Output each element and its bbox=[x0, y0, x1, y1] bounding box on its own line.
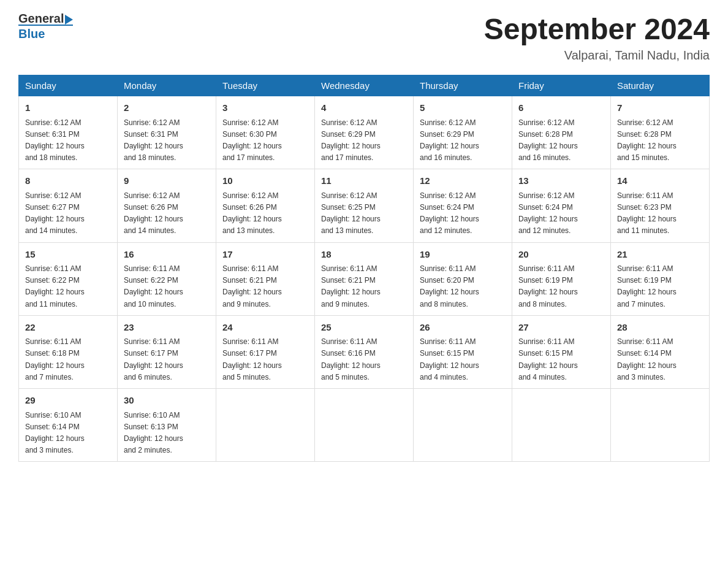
calendar-week-row: 22 Sunrise: 6:11 AMSunset: 6:18 PMDaylig… bbox=[19, 315, 710, 388]
day-info: Sunrise: 6:12 AMSunset: 6:29 PMDaylight:… bbox=[420, 118, 479, 163]
table-row bbox=[315, 389, 414, 462]
page-header: General Blue September 2024 Valparai, Ta… bbox=[18, 12, 710, 63]
table-row: 9 Sunrise: 6:12 AMSunset: 6:26 PMDayligh… bbox=[118, 169, 216, 242]
table-row bbox=[414, 389, 512, 462]
day-info: Sunrise: 6:11 AMSunset: 6:17 PMDaylight:… bbox=[222, 337, 282, 381]
table-row: 25 Sunrise: 6:11 AMSunset: 6:16 PMDaylig… bbox=[315, 315, 414, 388]
col-thursday: Thursday bbox=[414, 75, 512, 96]
table-row bbox=[512, 389, 611, 462]
day-info: Sunrise: 6:11 AMSunset: 6:20 PMDaylight:… bbox=[420, 264, 479, 308]
table-row: 8 Sunrise: 6:12 AMSunset: 6:27 PMDayligh… bbox=[19, 169, 118, 242]
day-number: 30 bbox=[124, 394, 210, 408]
table-row: 29 Sunrise: 6:10 AMSunset: 6:14 PMDaylig… bbox=[19, 389, 118, 462]
table-row: 27 Sunrise: 6:11 AMSunset: 6:15 PMDaylig… bbox=[512, 315, 611, 388]
calendar-week-row: 1 Sunrise: 6:12 AMSunset: 6:31 PMDayligh… bbox=[19, 96, 710, 169]
day-info: Sunrise: 6:11 AMSunset: 6:19 PMDaylight:… bbox=[617, 264, 677, 308]
day-number: 15 bbox=[25, 248, 111, 262]
day-info: Sunrise: 6:12 AMSunset: 6:28 PMDaylight:… bbox=[617, 118, 677, 163]
table-row: 22 Sunrise: 6:11 AMSunset: 6:18 PMDaylig… bbox=[19, 315, 118, 388]
table-row: 23 Sunrise: 6:11 AMSunset: 6:17 PMDaylig… bbox=[118, 315, 216, 388]
day-number: 9 bbox=[124, 174, 210, 188]
table-row: 26 Sunrise: 6:11 AMSunset: 6:15 PMDaylig… bbox=[414, 315, 512, 388]
day-number: 13 bbox=[518, 174, 604, 188]
day-number: 23 bbox=[124, 321, 210, 335]
day-info: Sunrise: 6:12 AMSunset: 6:29 PMDaylight:… bbox=[321, 118, 381, 163]
title-section: September 2024 Valparai, Tamil Nadu, Ind… bbox=[484, 12, 710, 63]
table-row: 24 Sunrise: 6:11 AMSunset: 6:17 PMDaylig… bbox=[216, 315, 315, 388]
day-number: 11 bbox=[321, 174, 407, 188]
table-row: 16 Sunrise: 6:11 AMSunset: 6:22 PMDaylig… bbox=[118, 242, 216, 315]
day-info: Sunrise: 6:11 AMSunset: 6:19 PMDaylight:… bbox=[518, 264, 578, 308]
day-info: Sunrise: 6:11 AMSunset: 6:21 PMDaylight:… bbox=[321, 264, 381, 308]
col-sunday: Sunday bbox=[19, 75, 118, 96]
table-row: 17 Sunrise: 6:11 AMSunset: 6:21 PMDaylig… bbox=[216, 242, 315, 315]
table-row: 7 Sunrise: 6:12 AMSunset: 6:28 PMDayligh… bbox=[611, 96, 710, 169]
table-row bbox=[611, 389, 710, 462]
day-number: 7 bbox=[617, 101, 703, 115]
day-number: 4 bbox=[321, 101, 407, 115]
day-number: 20 bbox=[518, 248, 604, 262]
location-subtitle: Valparai, Tamil Nadu, India bbox=[484, 48, 710, 63]
calendar-header-row: Sunday Monday Tuesday Wednesday Thursday… bbox=[19, 75, 710, 96]
day-number: 28 bbox=[617, 321, 703, 335]
logo-blue-text: Blue bbox=[18, 25, 73, 41]
col-tuesday: Tuesday bbox=[216, 75, 315, 96]
day-number: 6 bbox=[518, 101, 604, 115]
day-info: Sunrise: 6:11 AMSunset: 6:23 PMDaylight:… bbox=[617, 191, 677, 236]
col-wednesday: Wednesday bbox=[315, 75, 414, 96]
calendar-week-row: 15 Sunrise: 6:11 AMSunset: 6:22 PMDaylig… bbox=[19, 242, 710, 315]
table-row: 30 Sunrise: 6:10 AMSunset: 6:13 PMDaylig… bbox=[118, 389, 216, 462]
month-title: September 2024 bbox=[484, 12, 710, 46]
day-info: Sunrise: 6:12 AMSunset: 6:31 PMDaylight:… bbox=[25, 118, 85, 163]
col-saturday: Saturday bbox=[611, 75, 710, 96]
table-row: 13 Sunrise: 6:12 AMSunset: 6:24 PMDaylig… bbox=[512, 169, 611, 242]
day-number: 3 bbox=[222, 101, 308, 115]
table-row: 2 Sunrise: 6:12 AMSunset: 6:31 PMDayligh… bbox=[118, 96, 216, 169]
day-number: 22 bbox=[25, 321, 111, 335]
day-number: 14 bbox=[617, 174, 703, 188]
day-info: Sunrise: 6:12 AMSunset: 6:26 PMDaylight:… bbox=[222, 191, 282, 236]
day-info: Sunrise: 6:12 AMSunset: 6:30 PMDaylight:… bbox=[222, 118, 282, 163]
day-number: 5 bbox=[420, 101, 506, 115]
logo-general-text: General bbox=[18, 12, 73, 25]
table-row: 28 Sunrise: 6:11 AMSunset: 6:14 PMDaylig… bbox=[611, 315, 710, 388]
day-info: Sunrise: 6:12 AMSunset: 6:31 PMDaylight:… bbox=[124, 118, 183, 163]
day-info: Sunrise: 6:12 AMSunset: 6:28 PMDaylight:… bbox=[518, 118, 578, 163]
table-row: 6 Sunrise: 6:12 AMSunset: 6:28 PMDayligh… bbox=[512, 96, 611, 169]
day-info: Sunrise: 6:11 AMSunset: 6:16 PMDaylight:… bbox=[321, 337, 381, 381]
day-info: Sunrise: 6:10 AMSunset: 6:13 PMDaylight:… bbox=[124, 411, 183, 455]
table-row: 15 Sunrise: 6:11 AMSunset: 6:22 PMDaylig… bbox=[19, 242, 118, 315]
table-row: 14 Sunrise: 6:11 AMSunset: 6:23 PMDaylig… bbox=[611, 169, 710, 242]
day-number: 16 bbox=[124, 248, 210, 262]
calendar-week-row: 8 Sunrise: 6:12 AMSunset: 6:27 PMDayligh… bbox=[19, 169, 710, 242]
day-number: 17 bbox=[222, 248, 308, 262]
table-row: 5 Sunrise: 6:12 AMSunset: 6:29 PMDayligh… bbox=[414, 96, 512, 169]
day-number: 1 bbox=[25, 101, 111, 115]
logo-arrow-icon bbox=[65, 15, 73, 25]
day-info: Sunrise: 6:11 AMSunset: 6:14 PMDaylight:… bbox=[617, 337, 677, 381]
day-info: Sunrise: 6:12 AMSunset: 6:26 PMDaylight:… bbox=[124, 191, 183, 236]
table-row: 18 Sunrise: 6:11 AMSunset: 6:21 PMDaylig… bbox=[315, 242, 414, 315]
day-info: Sunrise: 6:11 AMSunset: 6:17 PMDaylight:… bbox=[124, 337, 183, 381]
table-row bbox=[216, 389, 315, 462]
day-number: 24 bbox=[222, 321, 308, 335]
col-friday: Friday bbox=[512, 75, 611, 96]
day-info: Sunrise: 6:11 AMSunset: 6:22 PMDaylight:… bbox=[25, 264, 85, 308]
day-info: Sunrise: 6:12 AMSunset: 6:24 PMDaylight:… bbox=[518, 191, 578, 236]
day-info: Sunrise: 6:11 AMSunset: 6:15 PMDaylight:… bbox=[420, 337, 479, 381]
day-number: 27 bbox=[518, 321, 604, 335]
day-number: 18 bbox=[321, 248, 407, 262]
table-row: 4 Sunrise: 6:12 AMSunset: 6:29 PMDayligh… bbox=[315, 96, 414, 169]
table-row: 1 Sunrise: 6:12 AMSunset: 6:31 PMDayligh… bbox=[19, 96, 118, 169]
day-number: 29 bbox=[25, 394, 111, 408]
table-row: 19 Sunrise: 6:11 AMSunset: 6:20 PMDaylig… bbox=[414, 242, 512, 315]
logo: General Blue bbox=[18, 12, 73, 41]
day-number: 19 bbox=[420, 248, 506, 262]
day-info: Sunrise: 6:12 AMSunset: 6:25 PMDaylight:… bbox=[321, 191, 381, 236]
day-number: 25 bbox=[321, 321, 407, 335]
calendar-table: Sunday Monday Tuesday Wednesday Thursday… bbox=[18, 75, 710, 462]
day-info: Sunrise: 6:11 AMSunset: 6:21 PMDaylight:… bbox=[222, 264, 282, 308]
table-row: 12 Sunrise: 6:12 AMSunset: 6:24 PMDaylig… bbox=[414, 169, 512, 242]
day-info: Sunrise: 6:11 AMSunset: 6:22 PMDaylight:… bbox=[124, 264, 183, 308]
day-info: Sunrise: 6:10 AMSunset: 6:14 PMDaylight:… bbox=[25, 411, 85, 455]
